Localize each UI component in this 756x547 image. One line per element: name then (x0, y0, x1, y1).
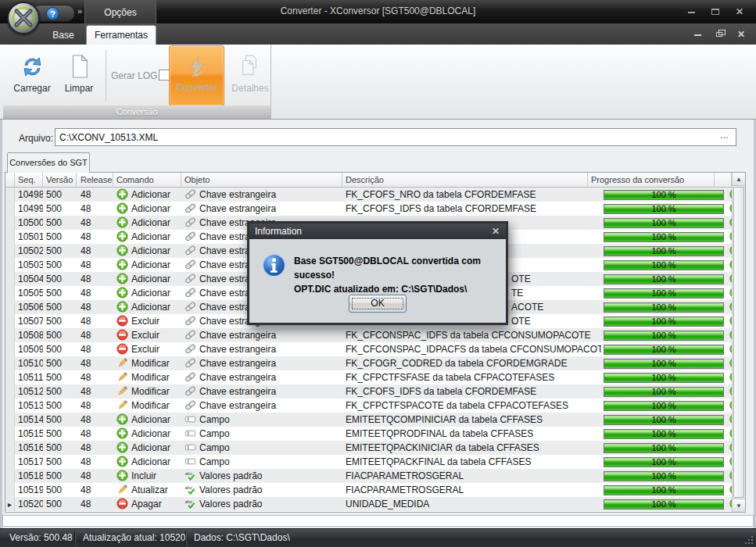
table-row[interactable]: 10510 500 48 Modificar Chave estrangeira… (5, 356, 745, 370)
pages-icon (238, 53, 262, 80)
table-row[interactable]: 10517 500 48 Adicionar Campo EMITEETQPAC… (5, 455, 745, 469)
cell-versao: 500 (43, 455, 77, 469)
tab-conversoes-do-sgt[interactable]: Conversões do SGT (7, 152, 90, 173)
table-row[interactable]: 10499 500 48 Adicionar Chave estrangeira… (5, 202, 745, 216)
cell-comando: Excluir (113, 342, 181, 356)
dialog-close-button[interactable]: ✕ (492, 223, 500, 239)
foreign-key-icon (185, 301, 196, 313)
progress-bar: 100 % (604, 288, 724, 299)
header-descricao[interactable]: Descrição (342, 173, 588, 188)
detalhes-button[interactable]: Detalhes (228, 47, 273, 105)
app-menu-button[interactable] (7, 2, 40, 34)
arquivo-label: Arquivo: (19, 133, 53, 144)
mdi-minimize-button[interactable] (692, 29, 703, 40)
cell-descricao: UNIDADE_MEDIDA (342, 497, 601, 511)
cell-versao: 500 (43, 272, 77, 286)
mdi-close-button[interactable]: ✕ (736, 29, 747, 40)
progress-bar: 100 % (604, 443, 724, 453)
svg-text:abc: abc (185, 470, 192, 476)
cell-comando: Adicionar (113, 455, 181, 469)
cell-versao: 500 (43, 413, 77, 427)
cell-objeto: abc Valores padrão (181, 497, 342, 511)
arquivo-input[interactable] (55, 128, 736, 146)
header-objeto[interactable]: Objeto (181, 173, 342, 188)
carregar-button[interactable]: Carregar (9, 47, 55, 105)
resize-grip-icon[interactable] (744, 535, 754, 545)
table-row[interactable]: 10515 500 48 Adicionar Campo EMITEETQPRO… (5, 427, 745, 441)
mdi-restore-button[interactable] (714, 29, 725, 40)
cell-release: 48 (77, 244, 113, 258)
table-row[interactable]: 10512 500 48 Modificar Chave estrangeira… (5, 384, 745, 399)
cell-descricao: EMITEETQCOMPINICIAR da tabela CFFASES (342, 413, 601, 427)
row-marker (5, 356, 15, 370)
information-dialog: Information ✕ Base SGT500@DBLOCAL conver… (247, 221, 508, 325)
header-progresso[interactable]: Progresso da conversão (588, 173, 715, 188)
maximize-icon (711, 9, 719, 15)
header-versao[interactable]: Versão (43, 173, 77, 188)
cell-objeto: abc Valores padrão (181, 469, 342, 483)
cell-comando: Apagar (113, 497, 181, 511)
menu-opcoes[interactable]: Opções (84, 0, 156, 23)
field-icon (185, 413, 196, 425)
toolbar-overflow-chevron[interactable]: » (77, 6, 82, 16)
cell-progresso: 100 % (601, 497, 728, 511)
cell-descricao: FIACPARAMETROSGERAL (342, 469, 601, 483)
default-values-icon: abc (185, 470, 196, 481)
cell-seq: 10518 (15, 469, 43, 483)
header-comando[interactable]: Comando (113, 173, 181, 188)
foreign-key-icon (185, 259, 196, 270)
statusbar: Versão: 500.48 Atualização atual: 10520 … (0, 528, 756, 547)
cell-seq: 10516 (15, 441, 43, 455)
scrollbar-thumb[interactable] (733, 187, 744, 498)
scroll-up-button[interactable]: ▲ (733, 173, 745, 186)
cell-release: 48 (77, 399, 113, 413)
table-row[interactable]: 10513 500 48 Modificar Chave estrangeira… (5, 399, 745, 413)
maximize-button[interactable] (710, 6, 721, 17)
table-row[interactable]: 10519 500 48 Atualizar abc Valores padrã… (5, 483, 745, 497)
help-button[interactable]: ? (46, 7, 59, 20)
tab-ferramentas[interactable]: Ferramentas (86, 25, 156, 45)
table-row[interactable]: 10518 500 48 Incluir abc Valores padrão … (5, 469, 745, 483)
converter-label: Converter (176, 82, 217, 93)
cell-comando: Adicionar (113, 427, 181, 441)
minimize-icon (688, 11, 695, 13)
progress-bar: 100 % (604, 373, 724, 383)
vertical-scrollbar[interactable]: ▲ ▼ (732, 173, 745, 512)
mdi-window-controls: ✕ (692, 26, 747, 43)
horizontal-scrollbar-track[interactable] (2, 515, 754, 527)
cell-release: 48 (77, 286, 113, 300)
row-marker (5, 413, 15, 427)
cell-release: 48 (77, 483, 113, 497)
row-marker (5, 188, 15, 202)
cell-progresso: 100 % (601, 188, 728, 202)
header-release[interactable]: Release (77, 173, 113, 188)
table-row[interactable]: 10511 500 48 Modificar Chave estrangeira… (5, 370, 745, 384)
table-row[interactable]: 10516 500 48 Adicionar Campo EMITEETQPAC… (5, 441, 745, 455)
minimize-button[interactable] (686, 6, 697, 17)
cell-versao: 500 (43, 188, 77, 202)
cell-comando: Adicionar (113, 441, 181, 455)
limpar-button[interactable]: Limpar (56, 47, 102, 105)
cell-progresso: 100 % (601, 216, 728, 230)
table-row[interactable]: 10509 500 48 Excluir Chave estrangeira F… (5, 342, 745, 356)
gerar-log-checkbox[interactable] (159, 70, 170, 80)
ok-button[interactable]: OK (349, 295, 407, 313)
cell-release: 48 (77, 441, 113, 455)
table-row[interactable]: ▸ 10520 500 48 Apagar abc Valores padrão… (5, 497, 745, 511)
table-row[interactable]: 10514 500 48 Adicionar Campo EMITEETQCOM… (5, 413, 745, 427)
cell-progresso: 100 % (601, 427, 728, 441)
converter-button[interactable]: Converter (169, 45, 224, 106)
cell-seq: 10513 (15, 399, 43, 413)
add-icon (116, 470, 128, 481)
cell-versao: 500 (43, 356, 77, 370)
cell-release: 48 (77, 427, 113, 441)
close-button[interactable]: ✕ (734, 6, 745, 17)
tab-base[interactable]: Base (39, 27, 88, 44)
table-row[interactable]: 10508 500 48 Excluir Chave estrangeira F… (5, 328, 745, 342)
table-row[interactable]: 10498 500 48 Adicionar Chave estrangeira… (5, 188, 745, 202)
cell-seq: 10506 (15, 300, 43, 314)
header-seq[interactable]: Seq. (15, 173, 43, 188)
scroll-down-button[interactable]: ▼ (733, 499, 745, 512)
browse-ellipsis-button[interactable]: … (716, 130, 733, 145)
field-icon (185, 427, 196, 439)
